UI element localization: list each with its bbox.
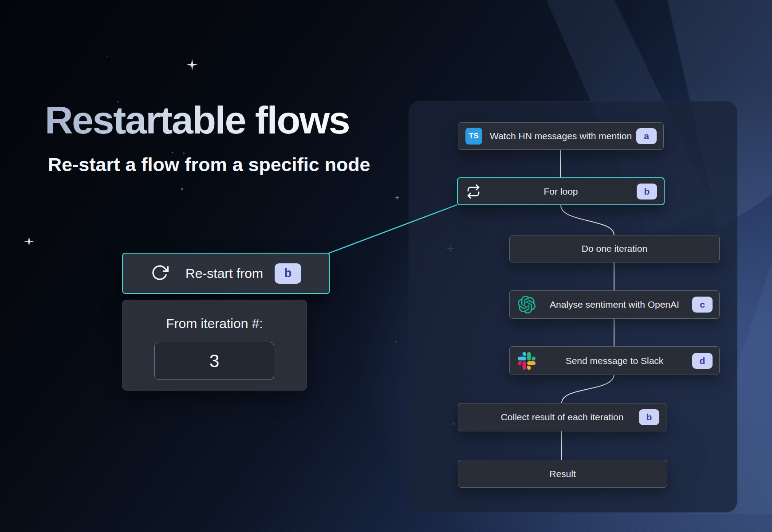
node-badge: a [636,128,657,144]
node-label: Collect result of each iteration [501,412,624,422]
flow-node-collect-result[interactable]: Collect result of each iteration b [458,403,666,431]
iteration-label: From iteration #: [122,316,307,331]
iteration-number-input[interactable] [154,342,274,380]
page-background: Restartable flows Re-start a flow from a… [0,0,772,532]
node-label: Analyse sentiment with OpenAI [550,299,679,310]
restart-from-label: Re-start from [185,266,263,281]
restart-from-node[interactable]: Re-start from b [122,253,330,294]
flow-node-send-slack[interactable]: Send message to Slack d [509,346,720,375]
restart-node-badge: b [275,263,301,284]
flow-node-watch-hn[interactable]: TS Watch HN messages with mention a [458,122,664,150]
node-badge: d [692,353,713,369]
flow-connectors [0,0,772,532]
node-badge: c [692,297,713,313]
slack-icon [518,352,536,370]
iteration-panel: From iteration #: [122,300,307,391]
node-label: Result [549,469,576,479]
node-label: Do one iteration [582,243,647,254]
page-subtitle: Re-start a flow from a specific node [48,155,370,174]
node-badge: b [637,184,657,200]
openai-icon [518,296,536,313]
node-label: For loop [544,186,578,197]
typescript-icon: TS [465,128,482,145]
flow-node-do-one-iteration[interactable]: Do one iteration [509,235,720,262]
refresh-icon [151,264,169,283]
page-title: Restartable flows [45,101,349,140]
flow-node-analyse-sentiment[interactable]: Analyse sentiment with OpenAI c [509,290,720,319]
restart-link-line [329,205,457,254]
node-label: Watch HN messages with mention [490,131,632,141]
node-badge: b [639,409,659,425]
loop-icon [466,184,481,199]
node-label: Send message to Slack [566,356,664,366]
flow-node-for-loop[interactable]: For loop b [457,177,665,205]
flow-node-result[interactable]: Result [458,460,667,488]
